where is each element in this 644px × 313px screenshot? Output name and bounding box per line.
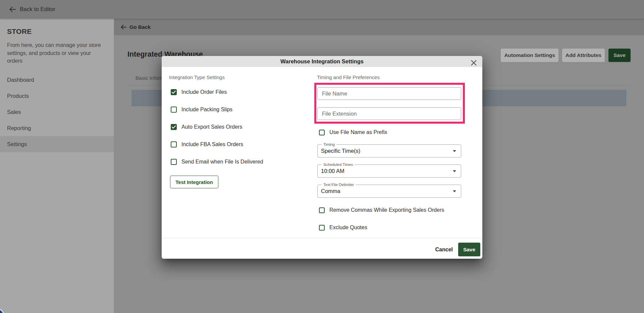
file-extension-input[interactable] xyxy=(317,107,461,120)
sidebar-item-label: Settings xyxy=(7,141,27,147)
back-arrow-icon xyxy=(121,25,126,29)
checkbox-box[interactable] xyxy=(319,130,325,135)
checkbox-label: Include Packing Slips xyxy=(181,107,232,113)
checkbox-box[interactable] xyxy=(319,207,325,213)
integration-type-settings-title: Integration Type Settings xyxy=(169,74,225,80)
sidebar-item-reporting[interactable]: Reporting xyxy=(0,120,114,136)
checkbox-label: Use File Name as Prefix xyxy=(329,129,387,135)
checkbox-use-file-name-as-prefix[interactable]: Use File Name as Prefix xyxy=(319,129,387,135)
page-save-button[interactable]: Save xyxy=(608,49,631,62)
test-integration-button[interactable]: Test Integration xyxy=(170,176,218,188)
checkbox-auto-export-sales-orders[interactable]: Auto Export Sales Orders xyxy=(171,124,242,130)
select-value: Specific Time(s) xyxy=(321,145,360,157)
select-value: Comma xyxy=(321,185,340,197)
top-bar: Back to Editor xyxy=(0,0,644,19)
checkbox-label: Remove Commas While Exporting Sales Orde… xyxy=(329,207,444,213)
go-back-bar: Go Back xyxy=(114,19,644,35)
sidebar-description: From here, you can manage your store set… xyxy=(7,41,107,65)
sidebar-item-label: Dashboard xyxy=(7,77,34,83)
sidebar-item-settings[interactable]: Settings xyxy=(0,136,114,152)
save-button[interactable]: Save xyxy=(458,243,480,256)
text-file-delimiter-select[interactable]: Text File Delimiter Comma xyxy=(317,185,461,198)
checkbox-remove-commas[interactable]: Remove Commas While Exporting Sales Orde… xyxy=(319,207,444,213)
checkbox-box[interactable] xyxy=(171,107,177,113)
sidebar-item-label: Products xyxy=(7,93,29,99)
timing-file-preferences-title: Timing and File Preferences xyxy=(317,74,380,80)
dialog-footer-divider xyxy=(162,238,482,238)
file-name-input[interactable] xyxy=(317,87,461,100)
dialog-title: Warehouse Integration Settings xyxy=(280,58,364,65)
checkbox-box[interactable] xyxy=(171,141,177,147)
checkbox-label: Include FBA Sales Orders xyxy=(181,141,243,147)
checkbox-label: Exclude Quotes xyxy=(329,225,367,231)
sidebar: STORE From here, you can manage your sto… xyxy=(0,19,114,313)
dialog-header: Warehouse Integration Settings xyxy=(162,56,482,67)
checkbox-label: Send Email when File Is Delivered xyxy=(181,159,263,165)
check-icon xyxy=(172,90,176,94)
sidebar-title: STORE xyxy=(7,27,32,36)
back-arrow-icon xyxy=(9,7,16,12)
sidebar-item-dashboard[interactable]: Dashboard xyxy=(0,72,114,88)
checkbox-include-fba-sales-orders[interactable]: Include FBA Sales Orders xyxy=(171,141,243,147)
page-actions: Automation Settings Add Attributes Save xyxy=(501,49,631,62)
checkbox-box[interactable] xyxy=(171,124,177,130)
close-button[interactable] xyxy=(470,59,478,67)
dropdown-arrow-icon xyxy=(453,150,456,152)
checkbox-include-order-files[interactable]: Include Order Files xyxy=(171,89,227,95)
checkbox-label: Include Order Files xyxy=(181,89,227,95)
add-attributes-button[interactable]: Add Attributes xyxy=(562,49,605,62)
select-value: 10:00 AM xyxy=(321,165,344,177)
dropdown-arrow-icon xyxy=(453,170,456,172)
checkbox-box[interactable] xyxy=(319,225,325,231)
checkbox-box[interactable] xyxy=(171,159,177,165)
back-to-editor-button[interactable]: Back to Editor xyxy=(9,0,55,19)
checkbox-label: Auto Export Sales Orders xyxy=(181,124,242,130)
automation-settings-button[interactable]: Automation Settings xyxy=(501,49,558,62)
sidebar-item-label: Reporting xyxy=(7,125,31,131)
sidebar-item-sales[interactable]: Sales xyxy=(0,104,114,120)
sidebar-item-products[interactable]: Products xyxy=(0,88,114,104)
warehouse-integration-settings-dialog: Warehouse Integration Settings Integrati… xyxy=(162,56,482,259)
sidebar-item-label: Sales xyxy=(7,109,21,115)
checkbox-include-packing-slips[interactable]: Include Packing Slips xyxy=(171,107,232,113)
close-icon xyxy=(471,60,477,66)
go-back-label: Go Back xyxy=(129,24,151,30)
back-to-editor-label: Back to Editor xyxy=(20,6,55,13)
cancel-button[interactable]: Cancel xyxy=(432,243,456,256)
checkbox-exclude-quotes[interactable]: Exclude Quotes xyxy=(319,225,367,231)
checkbox-box[interactable] xyxy=(171,89,177,95)
checkbox-send-email-when-file-delivered[interactable]: Send Email when File Is Delivered xyxy=(171,159,263,165)
timing-select[interactable]: Timing Specific Time(s) xyxy=(317,144,461,158)
dropdown-arrow-icon xyxy=(453,190,456,192)
go-back-button[interactable]: Go Back xyxy=(121,19,151,35)
scheduled-times-select[interactable]: Scheduled Times 10:00 AM xyxy=(317,165,461,178)
check-icon xyxy=(172,125,176,129)
sidebar-nav: Dashboard Products Sales Reporting Setti… xyxy=(0,72,114,152)
